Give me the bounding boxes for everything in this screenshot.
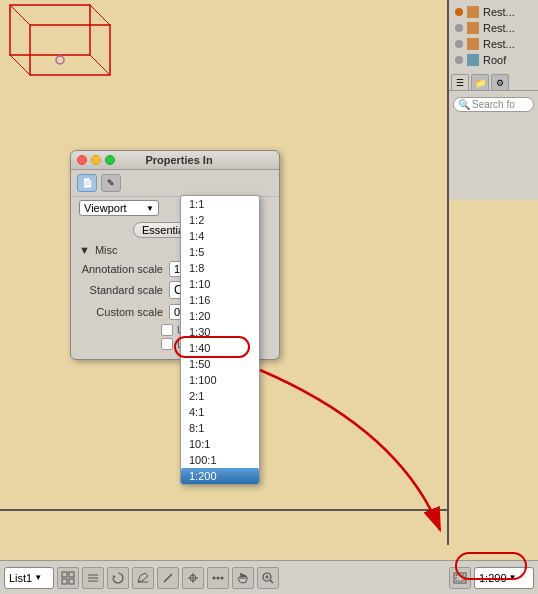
status-bar: List1 ▼	[0, 560, 538, 594]
right-panel: Rest... Rest... Rest... Roof ☰ 📁 ⚙	[448, 0, 538, 200]
scale-item-1-1[interactable]: 1:1	[181, 196, 259, 212]
svg-line-4	[90, 55, 110, 75]
layer-name: Rest...	[483, 22, 515, 34]
statusbar-scale-value: 1:200	[479, 572, 507, 584]
hand-icon	[236, 571, 250, 585]
dots-button[interactable]	[207, 567, 229, 589]
grid-button-2[interactable]	[82, 567, 104, 589]
svg-line-19	[164, 574, 172, 582]
scale-item-1-30[interactable]: 1:30	[181, 324, 259, 340]
layer-dot	[455, 40, 463, 48]
panel-title-bar: Properties In	[71, 151, 279, 170]
scale-item-100-1[interactable]: 100:1	[181, 452, 259, 468]
scale-item-1-5[interactable]: 1:5	[181, 244, 259, 260]
layer-icon	[467, 6, 479, 18]
svg-rect-10	[62, 572, 67, 577]
toolbar-icon-pencil[interactable]: ✎	[101, 174, 121, 192]
scale-item-1-50[interactable]: 1:50	[181, 356, 259, 372]
svg-point-24	[217, 576, 220, 579]
grid-icon	[61, 571, 75, 585]
scale-item-1-40[interactable]: 1:40	[181, 340, 259, 356]
scale-item-1-2[interactable]: 1:2	[181, 212, 259, 228]
scale-item-1-20[interactable]: 1:20	[181, 308, 259, 324]
chevron-down-icon: ▼	[34, 573, 42, 582]
grid2-icon	[86, 571, 100, 585]
traffic-lights	[77, 155, 115, 165]
canvas-area: Rest... Rest... Rest... Roof ☰ 📁 ⚙	[0, 0, 538, 545]
search-bar[interactable]: 🔍 Search fo	[453, 97, 534, 112]
panel-toolbar: 📄 ✎	[71, 170, 279, 197]
layer-checkbox[interactable]	[161, 338, 173, 350]
svg-line-27	[270, 580, 273, 583]
layer-icon	[467, 22, 479, 34]
hand-button[interactable]	[232, 567, 254, 589]
list-item[interactable]: Rest...	[451, 4, 536, 20]
maximize-button[interactable]	[105, 155, 115, 165]
layer-list: Rest... Rest... Rest... Roof	[449, 0, 538, 72]
list-item[interactable]: Rest...	[451, 36, 536, 52]
panel-tabs: ☰ 📁 ⚙	[449, 72, 538, 91]
crosshair-icon	[186, 571, 200, 585]
annotation-scale-label: Annotation scale	[79, 263, 169, 275]
svg-rect-13	[69, 579, 74, 584]
scale-item-1-8[interactable]: 1:8	[181, 260, 259, 276]
layer-icon	[467, 54, 479, 66]
search-icon: 🔍	[458, 99, 470, 110]
rotate-button[interactable]	[107, 567, 129, 589]
rotate-icon	[111, 571, 125, 585]
scale-item-1-100[interactable]: 1:100	[181, 372, 259, 388]
scale-item-1-200[interactable]: 1:200	[181, 468, 259, 484]
crosshair-button[interactable]	[182, 567, 204, 589]
scale-item-4-1[interactable]: 4:1	[181, 404, 259, 420]
svg-rect-31	[456, 575, 464, 581]
layer-icon	[467, 38, 479, 50]
drawing-lines	[0, 0, 160, 100]
list-item[interactable]: Rest...	[451, 20, 536, 36]
minimize-button[interactable]	[91, 155, 101, 165]
toolbar-icon-doc[interactable]: 📄	[77, 174, 97, 192]
statusbar-scale-dropdown[interactable]: 1:200 ▼	[474, 567, 534, 589]
grid-button-1[interactable]	[57, 567, 79, 589]
close-button[interactable]	[77, 155, 87, 165]
svg-rect-11	[69, 572, 74, 577]
zoom-button[interactable]	[257, 567, 279, 589]
scale-item-1-10[interactable]: 1:10	[181, 276, 259, 292]
layer-dot	[455, 56, 463, 64]
layer-name: Roof	[483, 54, 506, 66]
chevron-down-icon: ▼	[146, 204, 154, 213]
zoom-icon	[261, 571, 275, 585]
pencil-icon	[136, 571, 150, 585]
ucs-checkbox[interactable]	[161, 324, 173, 336]
viewport-icon	[453, 571, 467, 585]
svg-line-3	[10, 55, 30, 75]
svg-rect-0	[10, 5, 90, 55]
scale-item-1-4[interactable]: 1:4	[181, 228, 259, 244]
viewport-button[interactable]	[449, 567, 471, 589]
svg-marker-17	[113, 575, 116, 578]
svg-line-2	[90, 5, 110, 25]
search-placeholder: Search fo	[472, 99, 515, 110]
list-item[interactable]: Roof	[451, 52, 536, 68]
slash-icon	[161, 571, 175, 585]
tab-properties[interactable]: ⚙	[491, 74, 509, 90]
scale-item-2-1[interactable]: 2:1	[181, 388, 259, 404]
pencil-button[interactable]	[132, 567, 154, 589]
tab-layers[interactable]: ☰	[451, 74, 469, 90]
list-dropdown[interactable]: List1 ▼	[4, 567, 54, 589]
svg-rect-5	[30, 25, 110, 75]
viewport-dropdown[interactable]: Viewport ▼	[79, 200, 159, 216]
slash-button[interactable]	[157, 567, 179, 589]
search-container: 🔍 Search fo	[449, 95, 538, 114]
panel-title: Properties In	[145, 154, 212, 166]
svg-line-1	[10, 5, 30, 25]
triangle-icon: ▼	[79, 244, 90, 256]
scale-dropdown-list: 1:1 1:2 1:4 1:5 1:8 1:10 1:16 1:20 1:30 …	[180, 195, 260, 485]
tab-folder[interactable]: 📁	[471, 74, 489, 90]
standard-scale-label: Standard scale	[79, 284, 169, 296]
svg-point-23	[213, 576, 216, 579]
scale-item-8-1[interactable]: 8:1	[181, 420, 259, 436]
layer-name: Rest...	[483, 38, 515, 50]
svg-point-6	[56, 56, 64, 64]
scale-item-1-16[interactable]: 1:16	[181, 292, 259, 308]
scale-item-10-1[interactable]: 10:1	[181, 436, 259, 452]
